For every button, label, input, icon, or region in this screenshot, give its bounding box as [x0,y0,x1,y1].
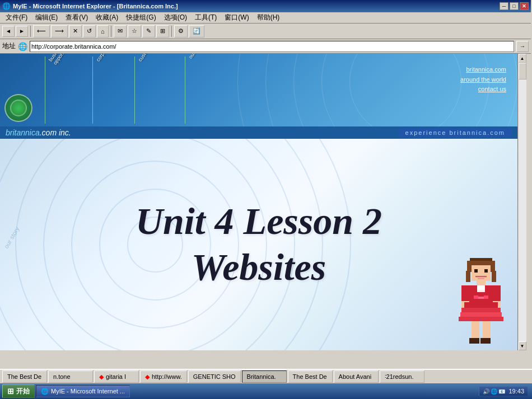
ie-icon: 🌐 [2,2,11,10]
svg-rect-29 [478,297,484,299]
forward-button[interactable]: ⟶ [51,25,68,37]
svg-rect-14 [461,285,469,302]
start-button[interactable]: ⊞ 开始 [2,384,35,398]
bottom-taskbar: ⊞ 开始 🌐 MyIE - Microsoft Internet ... 🔊 🌐… [0,383,532,399]
nav-section-corporate[interactable]: corporate info [87,54,132,126]
toolbar-separator [30,26,31,37]
task-label: The Best De [293,373,327,380]
close-button[interactable]: ✕ [520,2,529,10]
scroll-down-button[interactable]: ▼ [519,341,526,350]
task-label: GENETIC SHO [193,373,236,380]
task-text: MyIE - Microsoft Internet ... [51,388,125,395]
task-label: gitaria I [106,373,126,380]
menu-favorites[interactable]: 收藏(A) [92,12,122,24]
refresh-button[interactable]: ↺ [83,25,96,37]
task-http[interactable]: ◆ http://www. [140,370,187,383]
britannica-com-link[interactable]: britannica.com [460,65,506,75]
nav-label-business[interactable]: businessopportunities [48,54,73,65]
task-the-best-de[interactable]: The Best De [2,370,47,383]
go-button[interactable]: → [516,41,529,52]
task-21redsun[interactable]: ∶21redsun. [380,370,424,383]
experience-britannica[interactable]: experience britannica.com [399,128,512,137]
task-the-best-de-2[interactable]: The Best De [288,370,333,383]
nav-section-story[interactable]: our story [179,54,218,126]
nav-label-corporate[interactable]: corporate info [95,54,118,63]
task-label: http://www. [152,373,182,380]
svg-rect-26 [477,290,485,292]
extra-btn-2[interactable]: 🔄 [189,25,204,37]
nav-label-customer[interactable]: customer service [137,54,164,63]
menu-file[interactable]: 文件(F) [2,12,31,24]
lesson-title-text: Unit 4 Lesson 2 Websites [136,199,382,290]
menubar: 文件(F) 编辑(E) 查看(V) 收藏(A) 快捷组(G) 选项(O) 工具(… [0,12,531,24]
britannica-bar-logo: britannica.com inc. [6,128,71,137]
svg-rect-20 [460,312,502,317]
britannica-logo-icon [4,94,32,122]
favorites-button[interactable]: ☆ [128,25,141,37]
windows-icon: ⊞ [7,387,14,396]
task-about-avani[interactable]: About Avani [334,370,379,383]
task-ntone[interactable]: n.tone [48,370,93,383]
scroll-up-button[interactable]: ▲ [519,54,526,63]
clock-display: 19:43 [508,388,524,395]
menu-view[interactable]: 查看(V) [62,12,91,24]
svg-rect-15 [493,285,501,302]
nav-line-1 [45,57,45,124]
scroll-thumb[interactable] [519,63,526,79]
nav-section-business[interactable]: businessopportunities [39,54,84,126]
task-label: The Best De [7,373,41,380]
svg-rect-13 [477,285,485,290]
tray-icon-1: 🔊 [483,388,489,395]
menu-edit[interactable]: 编辑(E) [32,12,61,24]
task-icon: 🌐 [41,388,49,395]
stop-button[interactable]: ✕ [69,25,82,37]
back-button[interactable]: ⟵ [33,25,50,37]
menu-shortcuts[interactable]: 快捷组(G) [123,12,159,24]
task-label: ∶21redsun. [385,373,414,381]
svg-rect-2 [466,271,470,282]
tray-icon-2: 🌐 [491,388,497,395]
start-label: 开始 [16,387,30,396]
lesson-line2: Websites [192,246,326,288]
svg-rect-11 [477,281,486,285]
nav-label-story[interactable]: our story [188,54,203,60]
minimize-button[interactable]: ─ [500,2,508,10]
nav-section-customer[interactable]: customer service [129,54,179,126]
main-content-area: our story Unit 4 Lesson 2 Websites [0,139,517,350]
task-label: About Avani [339,373,372,380]
com-text: .com [40,128,57,137]
menu-tools[interactable]: 工具(T) [192,12,220,24]
menu-help[interactable]: 帮助(H) [254,12,283,24]
around-world-link[interactable]: around the world [460,75,506,85]
svg-rect-21 [459,317,503,321]
nav-next-button[interactable]: ► [16,26,28,37]
task-label: Britannica. [247,373,276,380]
titlebar-controls: ─ □ ✕ [500,2,529,10]
menu-options[interactable]: 选项(O) [161,12,190,24]
scroll-track[interactable] [519,63,526,341]
edit-button[interactable]: ✎ [142,25,155,37]
svg-rect-18 [464,302,498,308]
toolbar-separator-3 [171,26,172,37]
taskbar-myie-task[interactable]: 🌐 MyIE - Microsoft Internet ... [36,385,130,397]
task-genetic[interactable]: GENETIC SHO [188,370,241,383]
svg-rect-23 [483,321,491,338]
task-britannica[interactable]: Britannica. [242,370,287,383]
svg-rect-22 [472,321,479,338]
nav-prev-button[interactable]: ◄ [2,26,15,37]
maximize-button[interactable]: □ [510,2,519,10]
britannica-header: businessopportunities corporate info cus… [0,54,517,126]
scrollbar[interactable]: ▲ ▼ [517,54,526,350]
mail-button[interactable]: ✉ [114,25,127,37]
extra-btn-1[interactable]: ⚙ [174,25,188,37]
pixel-girl-character [456,255,506,350]
menu-window[interactable]: 窗口(W) [221,12,252,24]
address-input[interactable] [30,41,514,52]
home-button[interactable]: ⌂ [97,25,109,37]
svg-rect-27 [474,295,478,299]
contact-us-link[interactable]: contact us [460,85,506,95]
task-gitaria[interactable]: ◆ gitaria I [94,370,139,383]
svg-rect-10 [475,276,487,277]
lesson-line1: Unit 4 Lesson 2 [136,200,382,242]
print-button[interactable]: ⊞ [156,25,169,37]
